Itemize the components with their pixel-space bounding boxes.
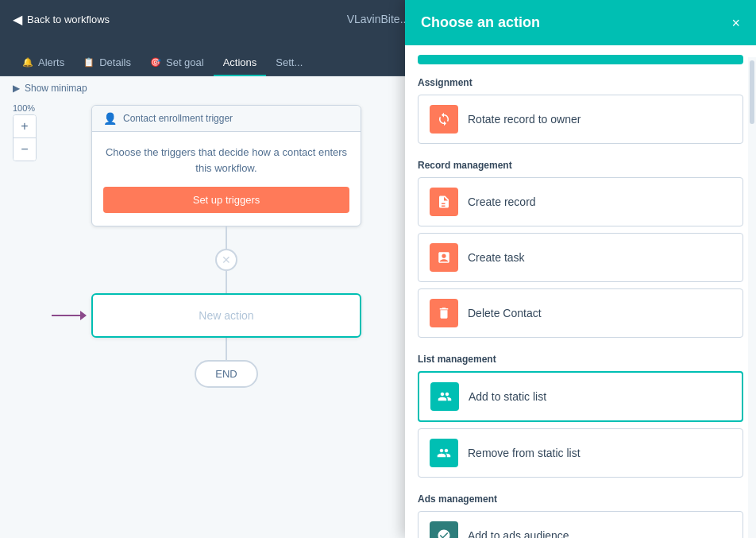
workflow-canvas: 👤 Contact enrollment trigger Choose the … [48,97,405,388]
back-label: Back to workflows [27,14,110,25]
arrow-head [80,311,87,320]
scrollbar-thumb[interactable] [750,60,754,124]
zoom-controls: + − [13,114,37,161]
scroll-indicator-top [418,55,743,64]
nav-title: VLavinBite... [347,13,410,25]
action-item-add-static-list[interactable]: Add to static list [418,371,743,422]
delete-connector[interactable]: ✕ [215,249,237,271]
delete-contact-label: Delete Contact [468,307,542,319]
modal-title: Choose an action [421,14,540,31]
remove-static-icon [430,439,458,467]
add-static-list-label: Add to static list [469,390,546,403]
section-ads-management: Ads management [418,484,743,511]
add-static-list-icon [430,382,459,411]
person-icon: 👤 [103,112,117,125]
connector-line-1 [226,226,227,249]
action-item-create-task[interactable]: Create task [418,233,743,282]
setgoal-icon: 🎯 [150,57,161,68]
create-record-label: Create record [468,195,536,208]
add-ads-icon [430,521,458,538]
tab-alerts[interactable]: 🔔 Alerts [13,50,74,76]
action-item-remove-static[interactable]: Remove from static list [418,428,743,478]
tab-setgoal[interactable]: 🎯 Set goal [141,50,214,76]
remove-static-label: Remove from static list [468,447,580,459]
action-item-rotate-record[interactable]: Rotate record to owner [418,95,743,144]
arrow-line [52,315,80,316]
back-button[interactable]: ◀ Back to workflows [13,12,110,27]
trigger-title: Contact enrollment trigger [123,113,233,124]
tab-details[interactable]: 📋 Details [74,50,141,76]
section-list-management: List management [418,344,743,371]
section-record-management: Record management [418,150,743,177]
tab-settings-label: Sett... [276,56,303,68]
rotate-record-label: Rotate record to owner [468,113,580,126]
action-item-delete-contact[interactable]: Delete Contact [418,288,743,338]
trigger-body: Choose the triggers that decide how a co… [92,132,361,226]
action-chooser-modal: Choose an action × Assignment Rotate rec… [405,0,756,538]
delete-contact-icon [430,299,458,327]
add-ads-audience-label: Add to ads audience [468,529,569,538]
workflow-area: ▶ Show minimap + − 100% 👤 Contact enroll… [0,76,405,538]
connector-line-3 [226,338,227,360]
zoom-out-button[interactable]: − [14,138,36,161]
trigger-node: 👤 Contact enrollment trigger Choose the … [91,105,361,226]
rotate-record-icon [430,105,458,134]
back-arrow-icon: ◀ [13,12,22,27]
connector-line-2 [226,271,227,293]
tab-alerts-label: Alerts [38,56,64,68]
tab-actions[interactable]: Actions [214,50,267,76]
create-task-icon [430,243,458,272]
trigger-description: Choose the triggers that decide how a co… [103,145,349,176]
action-node[interactable]: New action [91,293,361,338]
tab-details-label: Details [99,56,131,68]
zoom-in-button[interactable]: + [14,115,36,137]
action-item-add-ads-audience[interactable]: Add to ads audience [418,511,743,538]
create-task-label: Create task [468,251,525,264]
minimap-arrow-icon: ▶ [13,83,20,94]
scrollbar-track[interactable] [748,57,756,538]
trigger-header: 👤 Contact enrollment trigger [92,106,361,132]
setup-triggers-button[interactable]: Set up triggers [103,187,349,213]
details-icon: 📋 [83,57,94,68]
modal-body: Assignment Rotate record to owner Record… [405,45,756,538]
minimap-label: Show minimap [25,83,87,94]
end-node[interactable]: END [195,360,257,388]
tab-actions-label: Actions [223,56,257,68]
tab-setgoal-label: Set goal [166,56,204,68]
section-assignment: Assignment [418,68,743,95]
create-record-icon [430,188,458,216]
action-placeholder: New action [199,309,253,322]
tab-settings[interactable]: Sett... [266,50,312,76]
modal-header: Choose an action × [405,0,756,45]
modal-close-button[interactable]: × [731,16,740,30]
action-arrow [52,311,87,320]
main-layout: ▶ Show minimap + − 100% 👤 Contact enroll… [0,76,756,538]
alerts-icon: 🔔 [22,57,33,68]
action-item-create-record[interactable]: Create record [418,177,743,226]
